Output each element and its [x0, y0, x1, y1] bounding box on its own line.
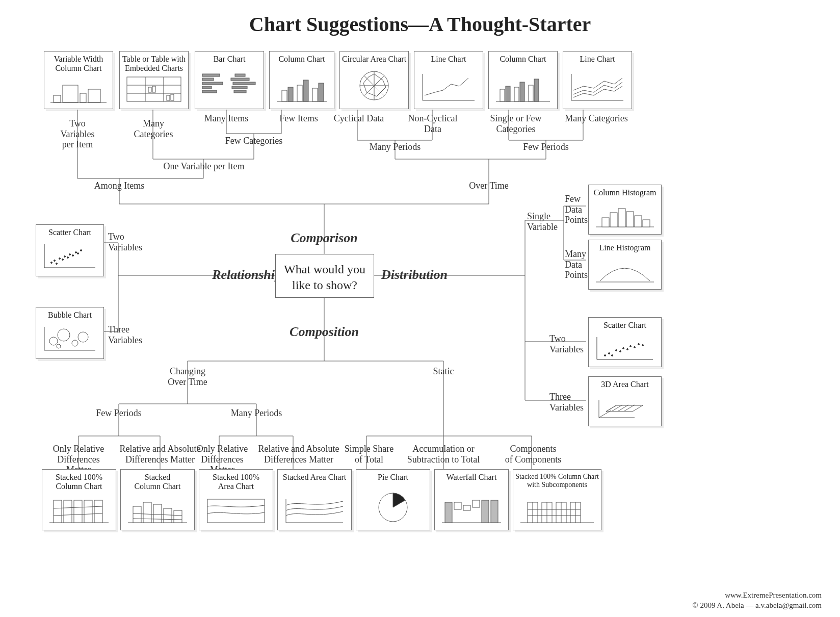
card-scatter-right: Scatter Chart	[588, 317, 662, 367]
svg-rect-154	[84, 500, 92, 523]
svg-rect-152	[64, 500, 72, 523]
svg-point-144	[634, 347, 636, 348]
card-caption: Column Histogram	[589, 188, 661, 197]
card-circular-area: Circular Area Chart	[339, 51, 409, 109]
svg-rect-69	[167, 95, 170, 100]
svg-point-108	[54, 260, 56, 262]
label-comp-of-comp: Componentsof Components	[495, 444, 571, 465]
svg-point-109	[56, 263, 58, 265]
svg-rect-166	[207, 499, 265, 523]
label-many-periods-top: Many Periods	[366, 142, 424, 152]
svg-rect-71	[202, 74, 220, 76]
svg-point-142	[627, 349, 628, 350]
card-table-embedded: Table or Table withEmbedded Charts	[119, 51, 189, 109]
label-few-items: Few Items	[278, 113, 319, 124]
label-many-periods2: Many Periods	[228, 408, 284, 419]
svg-point-116	[75, 252, 77, 253]
svg-rect-85	[303, 80, 308, 101]
line-histogram-icon	[594, 258, 656, 284]
svg-rect-101	[529, 85, 533, 101]
card-caption: Scatter Chart	[36, 228, 103, 237]
svg-rect-153	[74, 500, 82, 523]
stacked100-area-icon	[204, 495, 268, 525]
svg-rect-58	[54, 95, 61, 102]
svg-rect-98	[506, 86, 510, 101]
circular-area-icon	[345, 68, 403, 104]
svg-rect-72	[202, 78, 214, 81]
svg-point-123	[72, 340, 78, 346]
svg-rect-128	[610, 213, 617, 227]
label-one-var-per-item: One Variable per Item	[158, 161, 250, 172]
bubble-icon	[41, 324, 98, 353]
svg-rect-84	[297, 85, 302, 101]
svg-rect-102	[534, 79, 539, 101]
branch-comparison: Comparison	[288, 230, 360, 246]
card-caption: Circular Area Chart	[340, 55, 408, 64]
svg-rect-130	[626, 212, 634, 227]
label-many-categories: ManyCategories	[130, 118, 176, 139]
branch-relationship: Relationship	[200, 267, 281, 282]
multi-line-chart-icon	[568, 71, 626, 104]
svg-point-140	[620, 351, 621, 352]
svg-rect-82	[282, 90, 287, 101]
label-cyclical: Cyclical Data	[333, 113, 384, 124]
card-caption: Column Chart	[270, 55, 334, 64]
card-caption: StackedColumn Chart	[121, 473, 194, 492]
label-many-data-points: ManyDataPoints	[565, 249, 590, 280]
svg-point-125	[57, 344, 61, 348]
waterfall-icon	[440, 493, 503, 525]
svg-point-122	[58, 329, 70, 341]
credit-url: www.ExtremePresentation.com	[725, 591, 822, 600]
svg-rect-172	[454, 502, 461, 509]
area3d-icon	[594, 393, 656, 421]
svg-rect-99	[514, 87, 519, 101]
card-caption: 3D Area Chart	[589, 380, 661, 389]
svg-rect-175	[482, 500, 489, 523]
svg-rect-70	[171, 94, 174, 100]
stacked100-col-icon	[47, 495, 111, 525]
svg-point-118	[81, 250, 82, 251]
svg-rect-129	[618, 209, 625, 227]
svg-rect-97	[500, 89, 505, 101]
card-scatter-left: Scatter Chart	[36, 224, 104, 276]
svg-rect-176	[491, 500, 498, 523]
svg-rect-59	[63, 85, 78, 102]
card-caption: Line Histogram	[589, 243, 661, 252]
label-static: Static	[429, 366, 458, 377]
svg-rect-162	[164, 508, 172, 523]
svg-rect-68	[152, 86, 155, 92]
label-single-variable: SingleVariable	[527, 211, 562, 232]
svg-rect-83	[288, 87, 293, 101]
svg-rect-171	[445, 502, 452, 523]
svg-rect-151	[54, 500, 62, 523]
card-column-histogram: Column Histogram	[588, 185, 662, 235]
svg-rect-67	[148, 87, 151, 92]
card-caption: Stacked 100% Column Chartwith Subcompone…	[513, 473, 601, 489]
svg-rect-78	[233, 82, 255, 85]
stacked-col-icon	[126, 495, 189, 525]
stacked100-sub-icon	[518, 498, 596, 525]
svg-point-115	[72, 255, 74, 256]
svg-point-121	[49, 337, 58, 345]
card-stacked100-sub: Stacked 100% Column Chartwith Subcompone…	[513, 469, 601, 530]
card-line-chart-top2: Line Chart	[563, 51, 632, 109]
svg-rect-86	[312, 88, 318, 101]
label-three-variables: ThreeVariables	[108, 324, 149, 345]
svg-rect-60	[80, 93, 86, 102]
label-many-items: Many Items	[203, 113, 250, 124]
svg-point-138	[612, 355, 613, 356]
histogram-icon	[594, 202, 656, 229]
branch-composition: Composition	[285, 324, 363, 340]
stacked-area-icon	[283, 495, 346, 525]
card-caption: Waterfall Chart	[435, 473, 508, 482]
svg-rect-132	[643, 220, 650, 227]
svg-point-114	[69, 254, 71, 255]
card-waterfall: Waterfall Chart	[434, 469, 509, 530]
card-line-histogram: Line Histogram	[588, 240, 662, 290]
svg-rect-159	[133, 506, 141, 523]
card-caption: Stacked Area Chart	[278, 473, 351, 482]
label-non-cyclical: Non-Cyclical Data	[400, 113, 466, 134]
bar-chart-icon	[200, 71, 258, 104]
label-three-variables2: ThreeVariables	[549, 392, 588, 413]
branch-distribution: Distribution	[381, 267, 463, 282]
